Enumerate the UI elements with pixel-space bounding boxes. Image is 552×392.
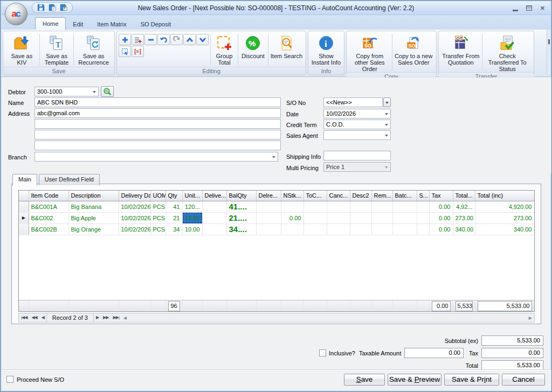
copy-to-new-sales-order-button[interactable]: SO Copy to a new Sales Order — [393, 32, 435, 72]
grid-cell[interactable]: B&C002 — [29, 212, 68, 223]
tab-edit[interactable]: Edit — [66, 18, 90, 30]
grid-cell[interactable] — [303, 201, 327, 212]
autocount-logo-icon[interactable]: ac — [5, 3, 27, 25]
grid-cell[interactable] — [327, 212, 350, 223]
credit-term-combo[interactable]: C.O.D. — [323, 120, 391, 129]
grid-cell[interactable] — [392, 212, 417, 223]
grid-cell[interactable]: PCS — [150, 201, 165, 212]
grid-cell[interactable] — [392, 223, 417, 235]
column-header[interactable]: Qty — [165, 191, 182, 201]
nav-prev-icon[interactable]: ◀ — [39, 313, 46, 322]
maximize-icon[interactable] — [526, 5, 532, 11]
transfer-from-quotation-button[interactable]: QT Transfer From Quotation — [440, 32, 481, 72]
grid-cell[interactable]: 120... — [182, 201, 202, 212]
table-row[interactable]: ▶B&C002Big Apple10/02/2026PCS2113.0021..… — [19, 212, 534, 223]
dropdown-icon[interactable] — [385, 135, 388, 138]
redo-icon[interactable] — [170, 34, 183, 45]
grid-cell[interactable]: 273.00 — [475, 212, 534, 223]
dropdown-icon[interactable] — [385, 124, 388, 128]
address-line-4[interactable] — [34, 141, 281, 150]
name-field[interactable]: ABC SDN BHD — [34, 97, 281, 107]
insert-row-icon[interactable] — [132, 34, 144, 45]
proceed-new-so-checkbox[interactable] — [6, 376, 13, 383]
column-header[interactable]: Rem... — [371, 191, 392, 201]
column-header[interactable]: Total... — [453, 191, 475, 201]
grid-cell[interactable]: B&C002B — [29, 223, 68, 235]
column-header[interactable]: Delivery Date — [119, 191, 150, 201]
move-up-icon[interactable] — [183, 34, 196, 45]
date-combo[interactable]: 10/02/2026 — [323, 109, 391, 118]
nav-first-icon[interactable]: |◀◀ — [19, 313, 29, 322]
undo-icon[interactable] — [157, 34, 170, 45]
grid-cell[interactable] — [417, 212, 429, 223]
grid-cell[interactable]: 0.00 — [429, 201, 453, 212]
column-header[interactable]: ToC... — [303, 191, 327, 201]
grid-cell[interactable] — [350, 201, 371, 212]
grid-cell[interactable] — [281, 201, 303, 212]
grid-cell[interactable]: 10/02/2026 — [119, 223, 150, 235]
grid-cell[interactable]: 273.00 — [453, 212, 475, 223]
tab-so-deposit[interactable]: SO Deposit — [134, 18, 178, 30]
grid-cell[interactable] — [202, 201, 226, 212]
tab-main[interactable]: Main — [12, 174, 37, 186]
grid-cell[interactable] — [350, 212, 371, 223]
grid-cell[interactable]: 21.... — [226, 212, 256, 223]
debtor-search-button[interactable]: D — [101, 86, 114, 97]
select-range-icon[interactable] — [119, 46, 131, 57]
cancel-button[interactable]: Cancel — [502, 374, 545, 386]
nav-last-icon[interactable]: ▶▶| — [111, 313, 121, 322]
grid-cell[interactable]: Big Orange — [68, 223, 119, 235]
grid-cell[interactable] — [392, 201, 417, 212]
grid-cell[interactable] — [281, 223, 303, 235]
items-grid-table[interactable]: Item CodeDescriptionDelivery DateUOMQtyU… — [19, 191, 535, 235]
grid-cell[interactable] — [202, 223, 226, 235]
column-header[interactable]: BalQty — [226, 191, 256, 201]
column-header[interactable]: Item Code — [29, 191, 68, 201]
grid-cell[interactable] — [256, 212, 281, 223]
grid-cell[interactable]: 41.... — [226, 201, 256, 212]
tab-item-matrix[interactable]: Item Matrix — [90, 18, 133, 30]
grid-cell[interactable]: 4,920.00 — [475, 201, 534, 212]
check-transferred-status-button[interactable]: Check Transferred To Status — [483, 32, 532, 72]
remove-row-icon[interactable] — [144, 34, 157, 45]
address-line-2[interactable] — [34, 119, 281, 129]
grid-cell[interactable]: B&C001A — [29, 201, 68, 212]
column-header[interactable]: Batc... — [392, 191, 417, 201]
grid-cell[interactable]: 34 — [165, 223, 182, 235]
grid-cell[interactable]: 0.00 — [281, 212, 303, 223]
column-header[interactable]: Canc... — [327, 191, 350, 201]
scroll-right-icon[interactable]: ▶ — [527, 316, 534, 320]
debtor-combo[interactable]: 300-1000 — [34, 87, 99, 96]
grid-cell[interactable]: 0.00 — [429, 212, 453, 223]
grid-cell[interactable]: 34.... — [226, 223, 256, 235]
save-button[interactable]: Save — [344, 374, 385, 386]
tab-home[interactable]: Home — [35, 17, 66, 30]
discount-button[interactable]: % Discount — [239, 32, 267, 67]
grid-cell[interactable] — [371, 201, 392, 212]
inclusive-checkbox[interactable] — [319, 349, 326, 356]
grid-cell[interactable]: 10/02/2026 — [119, 201, 150, 212]
grid-cell[interactable]: 13.00 — [182, 212, 202, 223]
save-as-recurrence-button[interactable]: Save as Recurrence — [74, 32, 113, 67]
save-preview-button[interactable]: Save & Preview — [388, 374, 441, 386]
group-total-button[interactable]: Group Total — [211, 32, 237, 67]
address-line-3[interactable] — [34, 130, 281, 139]
grid-cell[interactable] — [303, 223, 327, 235]
grid-cell[interactable] — [371, 212, 392, 223]
grid-cell[interactable]: 0.00 — [429, 223, 453, 235]
move-down-icon[interactable] — [196, 34, 209, 45]
save-icon[interactable] — [37, 4, 45, 11]
grid-cell[interactable] — [371, 223, 392, 235]
grid-cell[interactable] — [327, 223, 350, 235]
scroll-left-icon[interactable]: ◀ — [121, 316, 129, 320]
ribbon-scroll-strip[interactable] — [547, 30, 550, 75]
grid-cell[interactable] — [256, 201, 281, 212]
grid-cell[interactable]: 4,92... — [453, 201, 475, 212]
save-preview-icon[interactable] — [49, 4, 56, 11]
add-row-icon[interactable] — [119, 34, 131, 45]
table-row[interactable]: B&C002BBig Orange10/02/2026PCS3410.0034.… — [19, 223, 534, 235]
grid-cell[interactable] — [327, 201, 350, 212]
multi-pricing-combo[interactable]: Price 1 — [323, 162, 391, 172]
column-header[interactable]: Unit... — [182, 191, 202, 201]
tab-user-defined-field[interactable]: User Defined Field — [39, 174, 100, 185]
